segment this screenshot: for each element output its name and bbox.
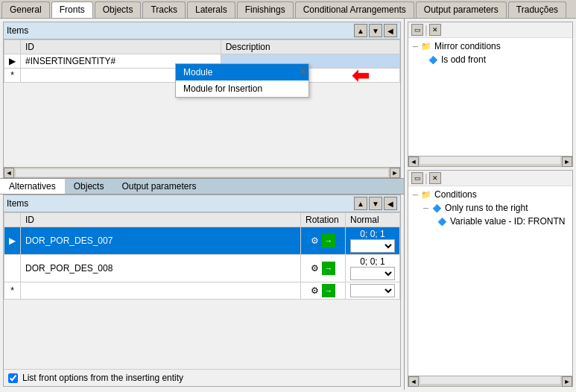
bottom-tabs: Alternatives Objects Output parameters [0, 178, 404, 195]
folder-icon: 📁 [421, 189, 431, 200]
right-top-toolbar: ▭ | ✕ [408, 22, 572, 38]
dropdown-menu: ✕ Module Module for Insertion [175, 63, 309, 98]
bottom-tab-objects[interactable]: Objects [65, 179, 113, 194]
left-panel: Items ▲ ▼ ◀ ID Description [0, 19, 405, 390]
delete-btn-top[interactable]: ✕ [429, 24, 441, 36]
dropdown-item-module[interactable]: Module [176, 64, 308, 80]
scroll-right[interactable]: ► [562, 157, 572, 167]
right-top-section: ▭ | ✕ ─ 📁 Mirror conditions 🔷 Is odd fro… [408, 22, 573, 167]
tree-label: Variable value - ID: FRONTN [450, 216, 565, 227]
alt-move-up-btn[interactable]: ▲ [354, 197, 367, 210]
cell-id: DOR_POR_DES_007 [21, 227, 301, 255]
bottom-bar: List front options from the inserting en… [4, 369, 400, 386]
items-header: Items ▲ ▼ ◀ [4, 22, 400, 39]
tab-tracks[interactable]: Tracks [142, 1, 186, 18]
cell-normal: 0; 0; 1 [346, 227, 400, 255]
tree-label: Is odd front [441, 54, 486, 65]
col-desc: Description [221, 40, 399, 54]
table-row[interactable]: ▶ DOR_POR_DES_007 ⚙ → 0; 0; 1 [4, 227, 400, 255]
tree-item-isodd[interactable]: 🔷 Is odd front [410, 53, 571, 66]
scroll-left-b[interactable]: ◄ [408, 376, 419, 387]
cell-id: DOR_POR_DES_008 [21, 255, 301, 282]
tree-item-runs-right[interactable]: ─ 🔷 Only runs to the right [410, 201, 571, 215]
node-icon: 🔷 [431, 203, 442, 213]
right-bottom-tree: ─ 📁 Conditions ─ 🔷 Only runs to the righ… [408, 186, 572, 376]
settings-icon[interactable]: ⚙ [311, 235, 319, 246]
tab-objects[interactable]: Objects [95, 1, 142, 18]
tab-general[interactable]: General [1, 1, 50, 18]
tree-item-conditions[interactable]: ─ 📁 Conditions [410, 188, 571, 201]
alt-header-buttons: ▲ ▼ ◀ [354, 197, 397, 210]
top-items-section: Items ▲ ▼ ◀ ID Description [3, 22, 401, 178]
alt-title: Items [7, 198, 28, 209]
main-content: Items ▲ ▼ ◀ ID Description [0, 19, 576, 390]
scroll-track[interactable] [16, 169, 388, 177]
expand-icon: ─ [413, 42, 418, 51]
cell-normal: 0; 0; 1 [346, 255, 400, 282]
node-icon: 🔷 [428, 54, 438, 65]
col-id: ID [21, 40, 221, 54]
scroll-right-b[interactable]: ► [562, 376, 572, 387]
alt-expand-btn[interactable]: ◀ [384, 197, 397, 210]
arrow-right-btn[interactable]: → [322, 262, 335, 275]
arrow-right-btn[interactable]: → [322, 234, 335, 247]
arrow-right-btn[interactable]: → [322, 284, 335, 297]
scroll-track[interactable] [420, 157, 560, 164]
tab-laterals[interactable]: Laterals [187, 1, 235, 18]
right-bottom-toolbar: ▭ | ✕ [408, 171, 572, 186]
normal-value: 0; 0; 1 [360, 256, 384, 267]
settings-icon[interactable]: ⚙ [311, 263, 319, 274]
node-icon: 🔷 [437, 216, 447, 227]
dropdown-item-module-insertion[interactable]: Module for Insertion [176, 80, 308, 97]
cell-rotation: ⚙ → [301, 282, 346, 300]
tree-label: Mirror conditions [434, 41, 501, 51]
expand-icon: ─ [423, 204, 428, 212]
tab-fronts[interactable]: Fronts [51, 1, 93, 18]
right-bottom-section: ▭ | ✕ ─ 📁 Conditions ─ 🔷 Only runs to th… [408, 170, 573, 387]
alt-table-wrapper: ID Rotation Normal ▶ DOR_POR_DES_007 ⚙ [4, 212, 400, 386]
list-options-checkbox[interactable] [8, 373, 18, 383]
tab-conditional[interactable]: Conditional Arrangements [295, 1, 414, 18]
tree-item-variable[interactable]: 🔷 Variable value - ID: FRONTN [410, 215, 571, 228]
settings-icon[interactable]: ⚙ [311, 285, 319, 296]
bottom-tab-alternatives[interactable]: Alternatives [0, 179, 65, 194]
scroll-right-btn[interactable]: ► [390, 168, 400, 178]
alt-table: ID Rotation Normal ▶ DOR_POR_DES_007 ⚙ [4, 212, 400, 300]
alt-col-rotation: Rotation [301, 213, 346, 227]
right-panel: ▭ | ✕ ─ 📁 Mirror conditions 🔷 Is odd fro… [405, 19, 576, 390]
expand-btn[interactable]: ◀ [384, 24, 397, 37]
checkbox-label: List front options from the inserting en… [22, 373, 183, 383]
alt-col-id: ID [21, 213, 301, 227]
table-row[interactable]: DOR_POR_DES_008 ⚙ → 0; 0; 1 [4, 255, 400, 282]
normal-select[interactable] [350, 267, 395, 280]
tree-item-mirror[interactable]: ─ 📁 Mirror conditions [410, 39, 571, 53]
alt-header: Items ▲ ▼ ◀ [4, 195, 400, 212]
move-down-btn[interactable]: ▼ [369, 24, 382, 37]
bottom-tab-output[interactable]: Output parameters [113, 179, 205, 194]
move-up-btn[interactable]: ▲ [354, 24, 367, 37]
scroll-track-b[interactable] [420, 376, 560, 384]
tab-output[interactable]: Output parameters [416, 1, 507, 18]
right-top-tree: ─ 📁 Mirror conditions 🔷 Is odd front [408, 38, 572, 156]
normal-value: 0; 0; 1 [360, 229, 384, 239]
expand-icon: ─ [413, 191, 418, 199]
tab-finishings[interactable]: Finishings [237, 1, 294, 18]
new-btn-bottom[interactable]: ▭ [411, 172, 423, 184]
scroll-left-btn[interactable]: ◄ [4, 168, 14, 178]
tab-traducoes[interactable]: Traduções [508, 1, 566, 18]
delete-btn-bottom[interactable]: ✕ [429, 172, 441, 184]
normal-select[interactable] [350, 239, 395, 253]
new-btn-top[interactable]: ▭ [411, 24, 423, 36]
cell-id [21, 282, 301, 300]
table-row[interactable]: * ⚙ → [4, 282, 400, 300]
alt-move-down-btn[interactable]: ▼ [369, 197, 382, 210]
header-buttons: ▲ ▼ ◀ [354, 24, 397, 37]
scroll-left[interactable]: ◄ [408, 157, 419, 167]
normal-select[interactable] [350, 284, 395, 297]
alt-col-normal: Normal [346, 213, 400, 227]
dropdown-close[interactable]: ✕ [299, 66, 306, 77]
items-title: Items [7, 25, 28, 36]
app-window: General Fronts Objects Tracks Laterals F… [0, 0, 576, 390]
right-top-hscroll: ◄ ► [408, 156, 572, 166]
cell-rotation: ⚙ → [301, 227, 346, 255]
